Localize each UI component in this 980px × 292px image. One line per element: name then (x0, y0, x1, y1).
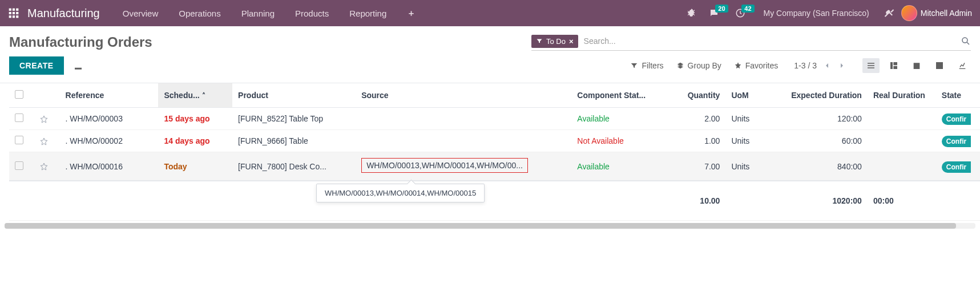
app-brand[interactable]: Manufacturing (27, 7, 100, 20)
cell-source (356, 108, 571, 130)
col-real[interactable]: Real Duration (868, 83, 936, 108)
avatar (901, 5, 917, 21)
col-state[interactable]: State (936, 83, 980, 108)
source-tooltip: WH/MO/00013,WH/MO/00014,WH/MO/00015 (316, 184, 485, 202)
row-checkbox[interactable] (15, 161, 23, 170)
debug-icon[interactable] (686, 8, 696, 18)
search-bar[interactable]: To Do × (531, 34, 971, 51)
view-calendar[interactable] (908, 58, 925, 73)
activities-button[interactable]: 42 (733, 8, 748, 18)
nav-planning[interactable]: Planning (233, 5, 283, 22)
cell-state: Confir (936, 152, 980, 181)
tools-icon[interactable] (884, 8, 894, 18)
cell-uom: Units (725, 152, 775, 181)
svg-rect-8 (16, 15, 18, 18)
star-icon[interactable] (39, 137, 49, 146)
cell-product: [FURN_7800] Desk Co... (232, 152, 356, 181)
svg-rect-2 (16, 9, 18, 11)
svg-rect-6 (9, 15, 11, 18)
sort-asc-icon: ˄ (202, 92, 205, 100)
pager: 1-3 / 3 (794, 61, 846, 70)
cell-product: [FURN_9666] Table (232, 130, 356, 152)
nav-operations[interactable]: Operations (171, 5, 228, 22)
layers-icon (676, 62, 684, 70)
filter-tag-remove[interactable]: × (569, 37, 574, 46)
scrollbar-thumb[interactable] (5, 223, 956, 229)
row-checkbox[interactable] (15, 136, 23, 144)
view-list[interactable] (862, 58, 880, 73)
pager-next[interactable] (837, 61, 846, 70)
search-input[interactable] (578, 34, 961, 48)
cell-reference: . WH/MO/00002 (60, 130, 159, 152)
orders-table: Reference Schedu...˄ Product Source Comp… (9, 83, 980, 221)
svg-rect-3 (9, 12, 11, 14)
cell-state: Confir (936, 130, 980, 152)
state-badge: Confir (942, 113, 971, 125)
star-icon[interactable] (39, 162, 49, 171)
activities-badge: 42 (741, 5, 754, 13)
horizontal-scrollbar[interactable] (5, 223, 975, 229)
table-row[interactable]: . WH/MO/00002 14 days ago [FURN_9666] Ta… (9, 130, 980, 152)
col-uom[interactable]: UoM (725, 83, 775, 108)
cell-quantity: 2.00 (670, 108, 725, 130)
cell-scheduled: Today (158, 152, 232, 181)
select-all-checkbox[interactable] (15, 90, 23, 99)
nav-products[interactable]: Products (287, 5, 337, 22)
state-badge: Confir (942, 161, 971, 173)
col-source[interactable]: Source (356, 83, 571, 108)
cell-source: WH/MO/00013,WH/MO/00014,WH/MO/00... (356, 152, 571, 181)
messages-button[interactable]: 20 (707, 8, 721, 18)
table-row[interactable]: . WH/MO/00016 Today [FURN_7800] Desk Co.… (9, 152, 980, 181)
col-reference[interactable]: Reference (60, 83, 159, 108)
cell-state: Confir (936, 108, 980, 130)
apps-icon[interactable] (8, 7, 19, 19)
filters-button[interactable]: Filters (630, 61, 663, 70)
view-pivot[interactable] (931, 58, 948, 73)
col-expected[interactable]: Expected Duration (775, 83, 868, 108)
cell-scheduled: 15 days ago (158, 108, 232, 130)
filters-label: Filters (642, 61, 663, 70)
svg-rect-4 (13, 12, 15, 14)
svg-rect-5 (16, 12, 18, 14)
col-quantity[interactable]: Quantity (670, 83, 725, 108)
total-real: 00:00 (868, 181, 936, 221)
search-icon[interactable] (961, 36, 971, 46)
cell-product: [FURN_8522] Table Top (232, 108, 356, 130)
nav-reporting[interactable]: Reporting (341, 5, 394, 22)
table-row[interactable]: . WH/MO/00003 15 days ago [FURN_8522] Ta… (9, 108, 980, 130)
cell-real (868, 152, 936, 181)
row-checkbox[interactable] (15, 113, 23, 122)
cell-expected: 60:00 (775, 130, 868, 152)
total-expected: 1020:00 (775, 181, 868, 221)
messages-badge: 20 (715, 5, 728, 13)
view-kanban[interactable] (885, 58, 902, 73)
col-scheduled[interactable]: Schedu...˄ (158, 83, 232, 108)
groupby-label: Group By (688, 61, 721, 70)
favorites-label: Favorites (745, 61, 779, 70)
nav-add[interactable]: ＋ (399, 5, 424, 22)
user-menu[interactable]: Mitchell Admin (901, 5, 972, 21)
search-filter-tag[interactable]: To Do × (531, 35, 578, 48)
svg-point-10 (962, 38, 967, 43)
create-button[interactable]: CREATE (9, 56, 64, 75)
company-switcher[interactable]: My Company (San Francisco) (764, 9, 869, 18)
filter-tag-label: To Do (546, 37, 566, 46)
import-icon[interactable] (73, 60, 83, 71)
col-component[interactable]: Component Stat... (571, 83, 670, 108)
cell-reference: . WH/MO/00003 (60, 108, 159, 130)
favorites-button[interactable]: Favorites (734, 61, 779, 70)
view-graph[interactable] (954, 58, 971, 73)
cell-component: Available (571, 152, 670, 181)
nav-overview[interactable]: Overview (115, 5, 167, 22)
user-name: Mitchell Admin (921, 9, 972, 18)
cell-component: Not Available (571, 130, 670, 152)
svg-rect-0 (9, 9, 11, 11)
cell-quantity: 7.00 (670, 152, 725, 181)
star-icon[interactable] (39, 115, 49, 124)
cell-scheduled: 14 days ago (158, 130, 232, 152)
cell-uom: Units (725, 130, 775, 152)
groupby-button[interactable]: Group By (676, 61, 721, 70)
cell-component: Available (571, 108, 670, 130)
pager-prev[interactable] (822, 61, 832, 70)
col-product[interactable]: Product (232, 83, 356, 108)
